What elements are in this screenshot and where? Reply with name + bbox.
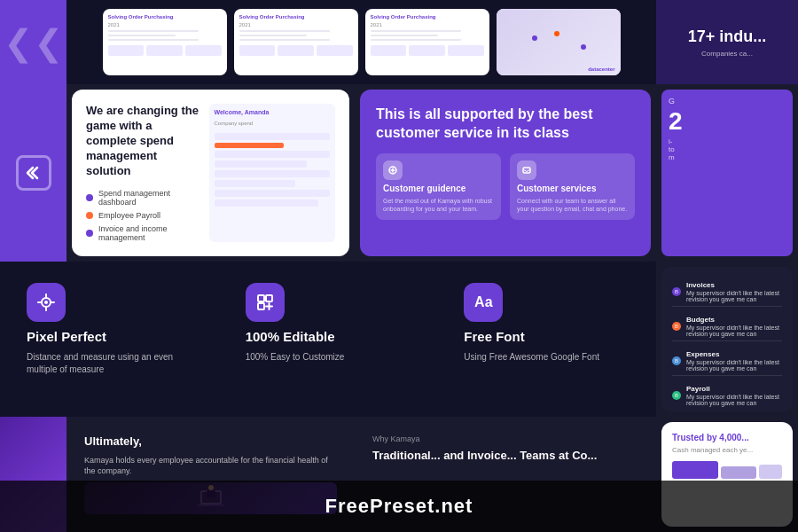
slide-year-3: 2021 [371,22,484,27]
svg-point-13 [44,301,48,304]
service-1-desc: Get the most out of Kamaya with robust o… [383,197,494,213]
bullet-dot-1 [86,194,93,201]
map-dot-1 [554,31,559,36]
stat-number-1: 2 [669,109,786,134]
feature-icon-3: Aa [464,283,503,322]
watermark-overlay: FreePreset.net [0,481,798,532]
bullet-dot-3 [86,230,93,237]
slide-item-1: Solving Order Purchasing 2021 [103,9,227,75]
bottom-title-2: Traditional... and Invoice... Teams at C… [372,449,638,464]
bullet-text-2: Employee Payroll [98,211,160,220]
feature-icon-1 [27,283,66,322]
feature-desc-2: 100% Easy to Customize [246,351,411,364]
mid-left-sidebar [0,84,66,262]
datacenter-label: datacenter [588,66,614,72]
main-grid: ❮❮ Solving Order Purchasing 2021 Solving… [0,0,798,532]
service-icon-1 [383,160,403,180]
feature-desc-1: Distance and measure using an even multi… [27,351,192,376]
bullet-1: Spend management dashboard [86,189,202,207]
dash-text-1: My supervisor didn't like the latest rev… [686,290,782,302]
feature-item-2: 100% Editable 100% Easy to Customize [246,283,411,364]
trusted-label: Trusted by 4,000... [672,433,782,442]
chevron-deco-icon: ❮❮ [4,22,64,63]
bullet-2: Employee Payroll [86,211,202,220]
bullet-text-1: Spend management dashboard [98,189,202,207]
dash-row-expenses: B Expenses My supervisor didn't like the… [672,347,782,376]
right-stat-card-1: G 2 i-tom [661,90,793,256]
feature-icon-2 [246,283,285,322]
bullet-text-3: Invoice and income management [98,224,202,242]
features-section: Pixel Perfect Distance and measure using… [0,262,656,417]
svg-rect-15 [266,295,272,301]
svg-rect-14 [258,295,264,301]
chevron-icon [25,164,43,182]
dash-text-4: My supervisor didn't like the latest rev… [686,394,782,406]
dash-text-3: My supervisor didn't like the latest rev… [686,359,782,372]
mini-dashboard-panel: B Invoices My supervisor didn't like the… [661,267,793,411]
kamaya-branding: Kamaya · Inc [376,241,635,255]
slide-item-2: Solving Order Purchasing 2021 [234,9,358,75]
slide-item-3: Solving Order Purchasing 2021 [365,9,489,75]
mid-right-area: G 2 i-tom [656,84,798,262]
feature-title-3: Free Font [464,329,630,344]
dash-row-payroll: B Payroll My supervisor didn't like the … [672,381,782,410]
stat-label-1: G [669,97,786,106]
dashboard-mockup: Welcome, Amanda Company spend [209,104,336,242]
feature-item-1: Pixel Perfect Distance and measure using… [27,283,192,376]
card-main-title: We are changing the game with a complete… [86,104,202,178]
stat-sublabel-1: i-tom [669,137,786,161]
dash-dot-2: B [672,322,681,331]
industry-count: 17+ indu... [688,27,767,46]
dash-dot-3: B [672,356,681,365]
logo-icon [376,241,390,255]
dash-label-3: Expenses [686,350,782,358]
dash-text-2: My supervisor didn't like the latest rev… [686,325,782,337]
slide-label-2: Solving Order Purchasing [239,14,353,20]
dash-row-invoices: B Invoices My supervisor didn't like the… [672,278,782,307]
page-wrapper: ❮❮ Solving Order Purchasing 2021 Solving… [0,0,798,532]
dashboard-welcome: Welcome, Amanda [215,109,331,115]
slides-preview-area: Solving Order Purchasing 2021 Solving Or… [66,0,656,84]
dash-label-1: Invoices [686,281,782,289]
purple-service-card: This is all supported by the best custom… [360,90,651,256]
bullet-3: Invoice and income management [86,224,202,242]
map-slide: datacenter [497,9,621,75]
main-feature-card: We are changing the game with a complete… [72,90,349,256]
top-left-cell: ❮❮ [0,0,66,84]
sidebar-shape [16,155,51,191]
service-2-name: Customer services [517,184,628,193]
kamaya-text: Kamaya · Inc [394,244,442,253]
services-icon [521,165,532,176]
bottom-text-1: Kamaya holds every employee accountable … [84,455,337,477]
service-cards-row: Customer guidence Get the most out of Ka… [376,153,635,220]
map-dot-3 [532,35,537,41]
top-right-cell: 17+ indu... Companies ca... [656,0,798,84]
map-dot-2 [581,44,586,50]
service-icon-2 [517,160,536,180]
trusted-text: Cash managed each ye... [672,446,782,454]
svg-rect-16 [258,303,264,309]
card-text-area: We are changing the game with a complete… [86,104,202,242]
service-card-1: Customer guidence Get the most out of Ka… [376,153,501,220]
purple-card-title: This is all supported by the best custom… [376,106,635,143]
feature-title-1: Pixel Perfect [27,329,192,344]
bottom-sublabel-2: Why Kamaya [372,434,638,443]
dash-row-budgets: B Budgets My supervisor didn't like the … [672,312,782,341]
industry-sub: Companies ca... [701,50,753,58]
feature-desc-3: Using Free Awesome Google Font [464,351,630,364]
dash-label-4: Payroll [686,385,782,393]
service-2-desc: Connect with our team to answer all your… [517,197,628,213]
dash-label-2: Budgets [686,316,782,324]
font-icon-text: Aa [474,294,492,310]
feature-item-3: Aa Free Font Using Free Awesome Google F… [464,283,630,364]
bullet-list: Spend management dashboard Employee Payr… [86,189,202,242]
service-card-2: Customer services Connect with our team … [510,153,635,220]
guidance-icon [387,165,398,176]
feature-title-2: 100% Editable [246,329,411,344]
bottom-title-1: Ultimately, [84,434,337,450]
service-1-name: Customer guidence [383,184,494,193]
dashboard-sublabel: Company spend [215,121,331,126]
slide-label-1: Solving Order Purchasing [108,14,222,20]
slide-year-1: 2021 [108,22,222,27]
pixel-perfect-icon [36,293,56,312]
